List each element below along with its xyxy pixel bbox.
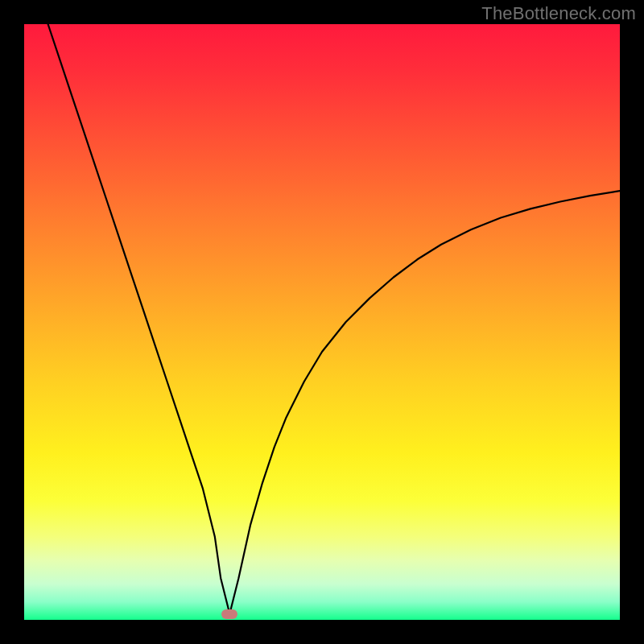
chart-frame: TheBottleneck.com <box>0 0 644 644</box>
watermark-label: TheBottleneck.com <box>481 3 636 24</box>
min-marker <box>221 609 237 619</box>
plot-area <box>24 24 620 620</box>
bottleneck-curve <box>24 24 620 620</box>
